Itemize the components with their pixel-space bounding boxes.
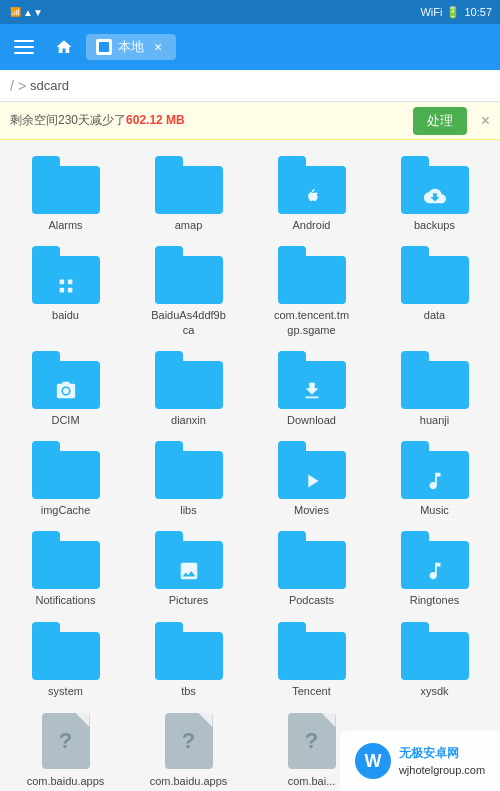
banner-close-button[interactable]: × [481,112,490,130]
folder-icon [278,246,346,304]
list-item[interactable]: Android [250,148,373,238]
list-item[interactable]: libs [127,433,250,523]
folder-overlay [52,272,80,300]
list-item[interactable]: data [373,238,496,343]
list-item[interactable]: Tencent [250,614,373,704]
list-item[interactable]: xysdk [373,614,496,704]
folder-overlay [421,557,449,585]
folder-icon [155,622,223,680]
folder-overlay [52,467,80,495]
tab-icon-inner [99,42,109,52]
file-name: xysdk [420,684,448,698]
folder-icon [155,246,223,304]
list-item[interactable]: Podcasts [250,523,373,613]
list-item[interactable]: com.tencent.tmgp.sgame [250,238,373,343]
list-item[interactable]: imgCache [4,433,127,523]
watermark-logo: W [355,743,391,779]
banner-highlight: 602.12 MB [126,113,185,127]
folder-overlay [421,467,449,495]
file-name: amap [175,218,203,232]
banner-action-button[interactable]: 处理 [413,107,467,135]
watermark: W 无极安卓网 wjhotelgroup.com [340,731,500,791]
file-name: system [48,684,83,698]
status-bar-right: WiFi 🔋 10:57 [420,6,492,19]
list-item[interactable]: BaiduAs4ddf9bca [127,238,250,343]
list-item[interactable]: system [4,614,127,704]
breadcrumb-sep-1: / [10,78,14,94]
folder-icon [278,351,346,409]
folder-overlay [175,557,203,585]
file-name: huanji [420,413,449,427]
status-bar-left: 📶 ▲▼ [8,5,40,19]
list-item[interactable]: tbs [127,614,250,704]
tab-close-button[interactable]: × [150,39,166,55]
folder-icon [401,246,469,304]
menu-button[interactable] [10,31,42,63]
list-item[interactable]: baidu [4,238,127,343]
apk-file-body: ? [165,713,213,769]
folder-icon [278,441,346,499]
list-item[interactable]: amap [127,148,250,238]
file-name: data [424,308,445,322]
file-name: Ringtones [410,593,460,607]
apk-icon: ? [155,712,223,770]
list-item[interactable]: huanji [373,343,496,433]
folder-overlay [175,272,203,300]
list-item[interactable]: Download [250,343,373,433]
file-grid: Alarms amap Android [0,140,500,791]
list-item[interactable]: ? com.baidu.appsearch.log [127,704,250,791]
folder-overlay [421,182,449,210]
menu-line-1 [14,40,34,42]
file-name: Tencent [292,684,331,698]
file-name: tbs [181,684,196,698]
file-name: imgCache [41,503,91,517]
watermark-line1: 无极安卓网 [399,744,485,762]
list-item[interactable]: backups [373,148,496,238]
local-tab[interactable]: 本地 × [86,34,176,60]
list-item[interactable]: Alarms [4,148,127,238]
folder-overlay [298,467,326,495]
folder-overlay [175,467,203,495]
file-name: backups [414,218,455,232]
folder-icon [32,351,100,409]
folder-icon [155,441,223,499]
signal-icon: 📶 [8,5,22,19]
wifi-signal-icon: WiFi [420,6,442,18]
list-item[interactable]: DCIM [4,343,127,433]
file-name: Pictures [169,593,209,607]
folder-overlay [298,377,326,405]
menu-line-3 [14,52,34,54]
svg-rect-0 [59,280,64,285]
list-item[interactable]: Pictures [127,523,250,613]
breadcrumb-path[interactable]: sdcard [30,78,69,93]
breadcrumb: / > sdcard [0,70,500,102]
folder-icon [155,351,223,409]
tab-label: 本地 [118,38,144,56]
status-bar: 📶 ▲▼ WiFi 🔋 10:57 [0,0,500,24]
file-name: BaiduAs4ddf9bca [149,308,229,337]
breadcrumb-sep-2: > [18,78,26,94]
apk-file-body: ? [288,713,336,769]
folder-overlay [175,377,203,405]
list-item[interactable]: dianxin [127,343,250,433]
folder-overlay [52,648,80,676]
home-button[interactable] [50,33,78,61]
folder-overlay [421,648,449,676]
list-item[interactable]: Notifications [4,523,127,613]
storage-banner: 剩余空间230天减少了602.12 MB 处理 × [0,102,500,140]
folder-icon [278,156,346,214]
wifi-icon: ▲▼ [26,5,40,19]
list-item[interactable]: ? com.baidu.appsearch.log [4,704,127,791]
file-name: Notifications [36,593,96,607]
list-item[interactable]: Ringtones [373,523,496,613]
folder-icon [401,351,469,409]
svg-rect-1 [67,280,72,285]
file-name: com.baidu.appsearch.log [149,774,229,791]
folder-icon [32,156,100,214]
folder-icon [155,531,223,589]
list-item[interactable]: Movies [250,433,373,523]
folder-overlay [52,182,80,210]
list-item[interactable]: Music [373,433,496,523]
watermark-line2: wjhotelgroup.com [399,762,485,779]
time-display: 10:57 [464,6,492,18]
